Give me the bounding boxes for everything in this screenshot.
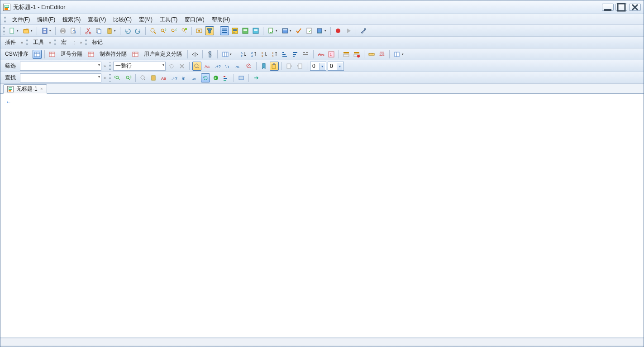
menu-file[interactable]: 文件(F) xyxy=(9,14,33,25)
column-number-button[interactable]: 123 xyxy=(377,50,386,59)
menu-compare[interactable]: 比较(C) xyxy=(110,14,135,25)
redo-button[interactable] xyxy=(134,26,143,35)
find-highlight-button[interactable] xyxy=(222,73,231,82)
properties-button[interactable] xyxy=(305,26,314,35)
copy-button[interactable] xyxy=(94,26,103,35)
record-macro-button[interactable] xyxy=(334,26,343,35)
wrap-window-button[interactable] xyxy=(230,26,239,35)
sort-90-button[interactable]: 90 xyxy=(270,50,279,59)
menu-macro[interactable]: 宏(M) xyxy=(135,14,156,25)
chevron-icon[interactable]: » xyxy=(48,40,52,45)
find-count-button[interactable]: # xyxy=(211,73,220,82)
escape-button[interactable]: \n xyxy=(224,62,233,71)
incremental-find-button[interactable] xyxy=(138,73,148,82)
menu-search[interactable]: 搜索(S) xyxy=(59,14,84,25)
find-prev-button[interactable] xyxy=(159,26,168,35)
extract-out-button[interactable] xyxy=(295,62,304,71)
find-case-button[interactable]: Aa xyxy=(159,73,168,82)
menu-help[interactable]: 帮助(H) xyxy=(208,14,234,25)
find-next-button[interactable] xyxy=(169,26,178,35)
close-findbar-button[interactable] xyxy=(252,73,261,82)
configure-button[interactable] xyxy=(280,26,293,35)
chevron-icon[interactable]: » xyxy=(79,40,83,45)
csv-convert-button[interactable] xyxy=(392,50,405,59)
line-number-button[interactable]: 1 xyxy=(327,50,336,59)
find-wrap-button[interactable] xyxy=(201,73,210,82)
new-file-button[interactable] xyxy=(7,26,20,35)
wholeword-button[interactable]: .w. xyxy=(234,62,243,71)
refresh-button[interactable] xyxy=(167,62,176,71)
sort-len-asc-button[interactable] xyxy=(281,50,290,59)
abort-button[interactable] xyxy=(177,62,186,71)
cut-button[interactable] xyxy=(84,26,93,35)
maximize-button[interactable] xyxy=(615,4,627,11)
bookmarks-only-button[interactable] xyxy=(270,62,279,71)
wrap-page-button[interactable] xyxy=(241,26,250,35)
check-button[interactable] xyxy=(294,26,303,35)
csv-tab-label[interactable]: 制表符分隔 xyxy=(97,50,129,58)
grab-button[interactable] xyxy=(195,26,204,35)
visible-below-input[interactable]: 0 xyxy=(328,62,344,71)
replace-button[interactable] xyxy=(180,26,189,35)
csv-comma-icon[interactable] xyxy=(48,50,57,59)
find-selection-button[interactable] xyxy=(237,73,246,82)
columns-button[interactable] xyxy=(220,50,233,59)
csv-comma-label[interactable]: 逗号分隔 xyxy=(58,50,85,58)
large-file-button[interactable] xyxy=(266,26,279,35)
find-button[interactable] xyxy=(148,26,157,35)
paste-button[interactable] xyxy=(105,26,117,35)
find-clipboard-button[interactable] xyxy=(149,73,158,82)
readonly-header-button[interactable] xyxy=(352,50,361,59)
wrap-none-button[interactable] xyxy=(220,26,229,35)
sort-len-desc-button[interactable] xyxy=(291,50,300,59)
menu-edit[interactable]: 编辑(E) xyxy=(33,14,59,25)
menu-tools[interactable]: 工具(T) xyxy=(156,14,181,25)
document-tab[interactable]: 无标题-1 × xyxy=(3,84,47,94)
regex-button[interactable]: .+? xyxy=(213,62,222,71)
menu-window[interactable]: 窗口(W) xyxy=(181,14,208,25)
close-button[interactable] xyxy=(629,4,641,11)
remove-dup-button[interactable]: Abc xyxy=(316,50,325,59)
case-button[interactable]: Aa xyxy=(203,62,212,71)
minimize-button[interactable] xyxy=(602,4,614,11)
save-button[interactable] xyxy=(40,26,52,35)
close-tab-button[interactable]: × xyxy=(40,87,43,92)
adjust-column-button[interactable] xyxy=(191,50,200,59)
play-macro-button[interactable] xyxy=(344,26,353,35)
print-button[interactable] xyxy=(58,26,67,35)
find-input[interactable] xyxy=(20,73,101,82)
filter-toggle-button[interactable] xyxy=(205,26,214,35)
undo-button[interactable] xyxy=(123,26,132,35)
csv-user-icon[interactable] xyxy=(131,50,140,59)
heading-button[interactable] xyxy=(342,50,351,59)
sort-09-button[interactable]: 09 xyxy=(260,50,269,59)
config-select-button[interactable] xyxy=(315,26,328,35)
ruler-button[interactable] xyxy=(367,50,376,59)
select-column-button[interactable] xyxy=(205,50,215,59)
chevron-icon[interactable]: » xyxy=(103,64,107,68)
open-file-button[interactable] xyxy=(21,26,34,35)
extract-button[interactable] xyxy=(285,62,294,71)
negative-button[interactable] xyxy=(244,62,253,71)
normal-mode-button[interactable] xyxy=(33,50,42,59)
customize-button[interactable] xyxy=(359,26,368,35)
filter-input[interactable] xyxy=(20,62,101,71)
find-regex-button[interactable]: .+? xyxy=(170,73,179,82)
sort-words-button[interactable] xyxy=(301,50,310,59)
incremental-button[interactable] xyxy=(192,62,201,71)
sort-za-button[interactable]: ZA xyxy=(249,50,258,59)
csv-tab-icon[interactable] xyxy=(86,50,95,59)
horizontal-scrollbar[interactable] xyxy=(0,338,644,346)
visible-above-input[interactable]: 0 xyxy=(310,62,326,71)
menu-view[interactable]: 查看(V) xyxy=(84,14,110,25)
chevron-icon[interactable]: » xyxy=(103,76,107,80)
find-next-button[interactable] xyxy=(124,73,133,82)
editor-area[interactable]: ← xyxy=(0,94,644,338)
bookmark-button[interactable] xyxy=(259,62,268,71)
find-prev-button[interactable] xyxy=(113,73,122,82)
find-wholeword-button[interactable]: .w. xyxy=(191,73,200,82)
sort-az-button[interactable]: AZ xyxy=(239,50,248,59)
print-preview-button[interactable] xyxy=(69,26,78,35)
filter-column-select[interactable]: 一整行 xyxy=(113,62,166,71)
chevron-icon[interactable]: » xyxy=(20,40,24,45)
